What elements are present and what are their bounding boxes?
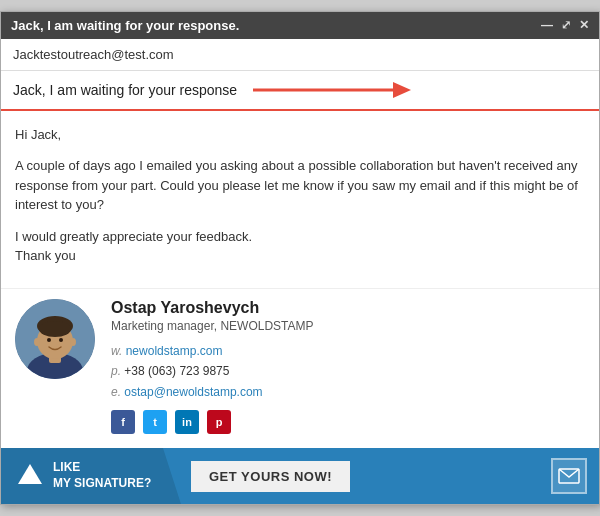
email-body: Hi Jack, A couple of days ago I emailed … [1,111,599,288]
twitter-icon[interactable]: t [143,410,167,434]
promo-left-text: LIKE MY SIGNATURE? [53,460,151,491]
maximize-button[interactable]: ⤢ [561,18,571,32]
svg-point-8 [47,338,51,342]
pinterest-icon[interactable]: p [207,410,231,434]
close-button[interactable]: ✕ [579,18,589,32]
email-from: Jacktestoutreach@test.com [1,39,599,71]
body-paragraph1: A couple of days ago I emailed you askin… [15,156,585,215]
svg-point-7 [39,321,71,337]
social-icons: f t in p [111,410,585,434]
facebook-icon[interactable]: f [111,410,135,434]
title-bar: Jack, I am waiting for your response. — … [1,12,599,39]
promo-right-section [551,458,599,494]
svg-point-9 [59,338,63,342]
linkedin-icon[interactable]: in [175,410,199,434]
email-subject: Jack, I am waiting for your response [13,82,237,98]
promo-email-icon [551,458,587,494]
minimize-button[interactable]: — [541,18,553,32]
svg-point-10 [34,338,40,346]
arrow-indicator [253,79,413,101]
avatar [15,299,95,379]
red-arrow-icon [253,79,413,101]
phone-label: p. [111,364,121,378]
sig-title: Marketing manager, NEWOLDSTAMP [111,319,585,333]
website-link[interactable]: newoldstamp.com [126,344,223,358]
body-paragraph2: I would greatly appreciate your feedback… [15,227,585,266]
greeting: Hi Jack, [15,125,585,145]
website-label: w. [111,344,122,358]
email-label: e. [111,385,121,399]
phone-number: +38 (063) 723 9875 [124,364,229,378]
svg-point-11 [70,338,76,346]
promo-up-arrow-icon [15,461,45,491]
email-link[interactable]: ostap@newoldstamp.com [124,385,262,399]
sig-website: w. newoldstamp.com [111,341,585,361]
signature-info: Ostap Yaroshevych Marketing manager, NEW… [111,299,585,434]
svg-marker-12 [18,464,42,484]
sig-contact: w. newoldstamp.com p. +38 (063) 723 9875… [111,341,585,402]
from-address: Jacktestoutreach@test.com [13,47,174,62]
promo-left-section: LIKE MY SIGNATURE? [1,448,181,504]
email-subject-row: Jack, I am waiting for your response [1,71,599,111]
promo-sig-text: MY SIGNATURE? [53,476,151,492]
promo-bar: LIKE MY SIGNATURE? GET YOURS NOW! [1,448,599,504]
svg-marker-1 [393,82,411,98]
sig-name: Ostap Yaroshevych [111,299,585,317]
window-controls: — ⤢ ✕ [541,18,589,32]
sig-phone: p. +38 (063) 723 9875 [111,361,585,381]
get-yours-button[interactable]: GET YOURS NOW! [191,461,350,492]
window-title: Jack, I am waiting for your response. [11,18,239,33]
signature-block: Ostap Yaroshevych Marketing manager, NEW… [1,288,599,448]
promo-like-text: LIKE [53,460,151,476]
sig-email: e. ostap@newoldstamp.com [111,382,585,402]
email-window: Jack, I am waiting for your response. — … [0,11,600,505]
